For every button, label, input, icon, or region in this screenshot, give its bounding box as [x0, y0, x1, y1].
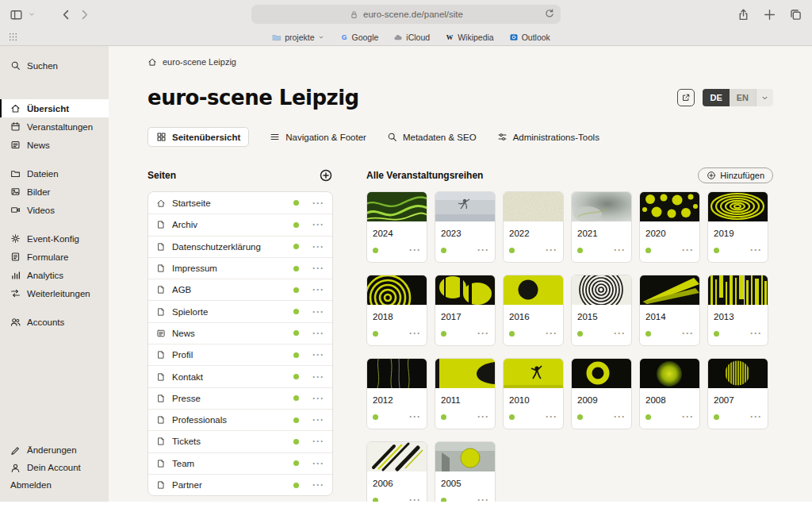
sidebar-toggle-icon[interactable] [10, 8, 23, 21]
event-card-2012[interactable]: 2012··· [366, 358, 427, 429]
page-row-agb[interactable]: AGB··· [148, 279, 332, 300]
chevron-down-icon[interactable] [28, 10, 36, 18]
more-button[interactable]: ··· [312, 480, 324, 490]
reload-icon[interactable] [544, 8, 555, 19]
page-row-startseite[interactable]: Startseite··· [148, 192, 332, 214]
more-button[interactable]: ··· [682, 412, 694, 421]
tab-navigation-footer[interactable]: Navigation & Footer [270, 132, 366, 142]
event-card-2006[interactable]: 2006··· [366, 441, 427, 502]
more-button[interactable]: ··· [750, 412, 762, 421]
more-button[interactable]: ··· [546, 412, 557, 421]
more-button[interactable]: ··· [614, 329, 626, 338]
forward-icon[interactable] [78, 8, 91, 21]
page-row-presse[interactable]: Presse··· [148, 387, 332, 409]
sidebar-item-event-konfig[interactable]: Event-Konfig [0, 229, 109, 248]
sidebar-item-videos[interactable]: Videos [0, 201, 109, 219]
sidebar-item-dateien[interactable]: Dateien [0, 164, 109, 183]
event-card-2022[interactable]: 2022··· [503, 191, 564, 263]
more-button[interactable]: ··· [682, 245, 694, 255]
event-card-2008[interactable]: 2008··· [639, 358, 700, 429]
breadcrumb[interactable]: euro-scene Leipzig [147, 57, 236, 67]
sidebar-item-veranstaltungen[interactable]: Veranstaltungen [0, 117, 109, 136]
event-card-2011[interactable]: 2011··· [435, 358, 496, 429]
event-card-2009[interactable]: 2009··· [571, 358, 632, 429]
bookmark-icloud[interactable]: iCloud [393, 33, 430, 42]
external-link-button[interactable] [677, 89, 695, 106]
more-button[interactable]: ··· [312, 415, 324, 425]
tab-seitenubersicht[interactable]: Seitenübersicht [147, 127, 249, 147]
new-tab-icon[interactable] [763, 8, 776, 21]
more-button[interactable]: ··· [477, 495, 489, 502]
event-card-2007[interactable]: 2007··· [707, 358, 768, 429]
add-page-button[interactable] [319, 168, 333, 183]
page-row-impressum[interactable]: Impressum··· [148, 257, 332, 279]
sidebar-item-bilder[interactable]: Bilder [0, 183, 109, 201]
sidebar-item-weiterleitungen[interactable]: Weiterleitungen [0, 284, 109, 302]
event-card-2013[interactable]: 2013··· [707, 275, 768, 346]
tab-administrations-tools[interactable]: Administrations-Tools [497, 132, 599, 142]
more-button[interactable]: ··· [312, 285, 324, 294]
event-card-2014[interactable]: 2014··· [639, 275, 700, 346]
page-row-tickets[interactable]: Tickets··· [148, 430, 332, 452]
page-row-kontakt[interactable]: Kontakt··· [148, 365, 332, 387]
event-card-2018[interactable]: 2018··· [366, 275, 427, 346]
more-button[interactable]: ··· [409, 329, 421, 338]
sidebar-item-anderungen[interactable]: Änderungen [0, 441, 109, 459]
sidebar-search[interactable]: Suchen [0, 57, 109, 74]
lang-de-button[interactable]: DE [703, 89, 729, 106]
more-button[interactable]: ··· [546, 329, 557, 338]
sidebar-item-ubersicht[interactable]: Übersicht [0, 99, 109, 117]
more-button[interactable]: ··· [546, 245, 557, 255]
bookmark-google[interactable]: GGoogle [339, 33, 379, 42]
event-card-2010[interactable]: 2010··· [503, 358, 564, 429]
bookmark-wikipedia[interactable]: WWikipedia [445, 33, 494, 42]
sidebar-item-news[interactable]: News [0, 136, 109, 154]
back-icon[interactable] [59, 8, 73, 21]
page-row-professionals[interactable]: Professionals··· [148, 409, 332, 430]
more-button[interactable]: ··· [409, 245, 421, 255]
more-button[interactable]: ··· [614, 245, 626, 255]
add-event-button[interactable]: Hinzufügen [698, 167, 773, 183]
more-button[interactable]: ··· [312, 307, 324, 317]
page-row-partner[interactable]: Partner··· [148, 474, 332, 495]
more-button[interactable]: ··· [312, 350, 324, 360]
event-card-2021[interactable]: 2021··· [571, 191, 632, 263]
more-button[interactable]: ··· [409, 412, 421, 421]
more-button[interactable]: ··· [312, 372, 324, 382]
lang-dropdown-button[interactable] [756, 89, 773, 106]
event-card-2016[interactable]: 2016··· [503, 275, 564, 346]
more-button[interactable]: ··· [477, 329, 489, 338]
event-card-2015[interactable]: 2015··· [571, 275, 632, 346]
sidebar-item-abmelden[interactable]: Abmelden [0, 476, 109, 494]
tab-metadaten-seo[interactable]: Metadaten & SEO [387, 132, 477, 142]
page-row-profil[interactable]: Profil··· [148, 344, 332, 365]
more-button[interactable]: ··· [750, 245, 762, 255]
more-button[interactable]: ··· [682, 329, 694, 338]
page-row-team[interactable]: Team··· [148, 452, 332, 474]
address-bar[interactable]: euro-scene.de/panel/site [251, 5, 561, 24]
event-card-2019[interactable]: 2019··· [707, 191, 768, 263]
tab-overview-icon[interactable] [789, 8, 802, 21]
more-button[interactable]: ··· [312, 220, 324, 229]
sidebar-item-accounts[interactable]: Accounts [0, 313, 109, 331]
more-button[interactable]: ··· [477, 412, 489, 421]
more-button[interactable]: ··· [750, 329, 762, 338]
sidebar-item-analytics[interactable]: Analytics [0, 266, 109, 284]
page-row-spielorte[interactable]: Spielorte··· [148, 300, 332, 321]
more-button[interactable]: ··· [312, 394, 324, 403]
more-button[interactable]: ··· [614, 412, 626, 421]
more-button[interactable]: ··· [312, 459, 324, 468]
more-button[interactable]: ··· [312, 198, 324, 208]
more-button[interactable]: ··· [409, 495, 421, 502]
more-button[interactable]: ··· [312, 437, 324, 446]
sidebar-item-dein-account[interactable]: Dein Account [0, 459, 109, 476]
page-row-datenschutzerklarung[interactable]: Datenschutzerklärung··· [148, 236, 332, 257]
event-card-2005[interactable]: 2005··· [435, 441, 496, 502]
more-button[interactable]: ··· [312, 329, 324, 338]
apps-grid-icon[interactable] [8, 32, 18, 42]
event-card-2020[interactable]: 2020··· [639, 191, 700, 263]
page-row-news[interactable]: News··· [148, 322, 332, 344]
more-button[interactable]: ··· [312, 264, 324, 273]
sidebar-item-formulare[interactable]: Formulare [0, 248, 109, 266]
share-icon[interactable] [737, 8, 750, 21]
